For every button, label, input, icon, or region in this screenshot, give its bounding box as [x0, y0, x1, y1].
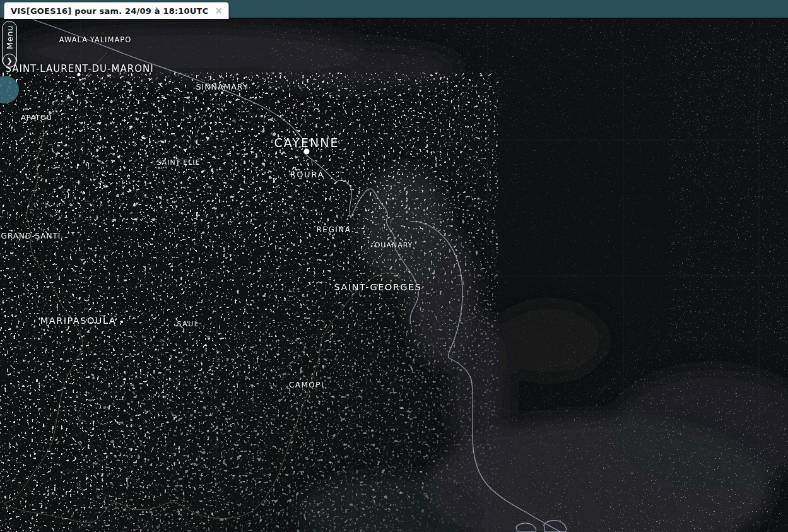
chevron-right-icon: ❯: [3, 54, 16, 68]
layer-tab[interactable]: VIS[GOES16] pour sam. 24/09 à 18:10UTC ×: [4, 2, 229, 19]
top-bar: VIS[GOES16] pour sam. 24/09 à 18:10UTC ×: [0, 0, 788, 19]
layer-tab-label: VIS[GOES16] pour sam. 24/09 à 18:10UTC: [11, 6, 208, 16]
menu-toggle[interactable]: Menu ❯: [2, 21, 17, 68]
satellite-map[interactable]: [0, 0, 788, 532]
close-icon[interactable]: ×: [215, 6, 223, 16]
menu-label: Menu: [5, 21, 15, 54]
satellite-viewer: AWALA-YALIMAPOSAINT-LAURENT-DU-MARONISIN…: [0, 0, 788, 532]
